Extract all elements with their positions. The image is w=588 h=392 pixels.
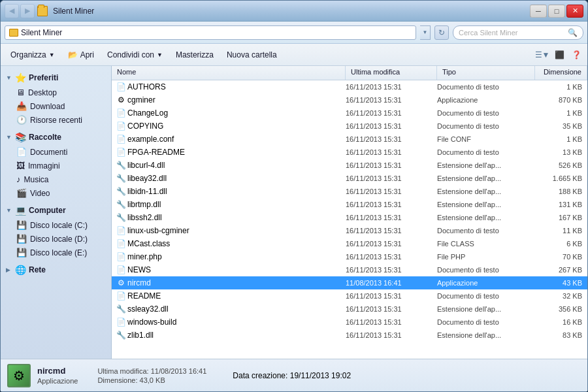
search-icon[interactable]: 🔍	[568, 28, 578, 37]
address-field[interactable]: Silent Miner	[5, 25, 416, 40]
sidebar-section-preferiti: ▼ ⭐ Preferiti 🖥 Desktop 📥 Download 🕐 Ris…	[1, 70, 111, 127]
sidebar-item-video[interactable]: 🎬 Video	[1, 186, 111, 200]
file-name: libidn-11.dll	[127, 187, 346, 196]
status-created-value: 19/11/2013 19:02	[290, 371, 351, 380]
file-name: AUTHORS	[127, 82, 346, 91]
share-button[interactable]: Condividi con ▼	[101, 46, 169, 63]
back-button[interactable]: ◀	[5, 4, 19, 18]
open-button[interactable]: 📂 Apri	[62, 46, 100, 63]
file-name: cgminer	[127, 95, 346, 105]
sidebar-item-disco-e[interactable]: 💾 Disco locale (E:)	[1, 246, 111, 259]
documenti-icon: 📄	[16, 147, 27, 157]
sidebar-section-computer: ▼ 💻 Computer 💾 Disco locale (C:) 💾 Disco…	[1, 203, 111, 259]
sidebar-item-documenti[interactable]: 📄 Documenti	[1, 145, 111, 159]
sidebar-header-raccolte[interactable]: ▼ 📚 Raccolte	[1, 129, 111, 145]
search-placeholder: Cerca Silent Miner	[459, 29, 565, 37]
table-row[interactable]: 🔧 libeay32.dll 16/11/2013 15:31 Estensio…	[112, 172, 587, 185]
file-name: miner.php	[127, 252, 346, 261]
main-window: ◀ ▶ Silent Miner ─ □ ✕ Silent Miner ▼ ↻ …	[0, 0, 588, 392]
forward-button[interactable]: ▶	[20, 4, 35, 18]
rete-icon: 🌐	[15, 265, 26, 275]
close-button[interactable]: ✕	[566, 5, 583, 18]
main-content: ▼ ⭐ Preferiti 🖥 Desktop 📥 Download 🕐 Ris…	[1, 66, 587, 359]
file-date: 16/11/2013 15:31	[346, 161, 437, 169]
status-filename: nircmd	[37, 366, 78, 376]
table-row[interactable]: 📄 MCast.class 16/11/2013 15:31 File CLAS…	[112, 237, 587, 250]
title-bar: ◀ ▶ Silent Miner ─ □ ✕	[1, 1, 587, 22]
file-date: 16/11/2013 15:31	[346, 109, 437, 117]
burn-button[interactable]: Masterizza	[170, 46, 220, 63]
maximize-button[interactable]: □	[548, 5, 565, 18]
status-size-value: 43,0 KB	[140, 376, 165, 384]
file-type: File PHP	[437, 253, 535, 261]
file-date: 16/11/2013 15:31	[346, 331, 437, 339]
sidebar-item-immagini[interactable]: 🖼 Immagini	[1, 159, 111, 172]
table-row[interactable]: 📄 example.conf 16/11/2013 15:31 File CON…	[112, 133, 587, 146]
table-row[interactable]: 🔧 librtmp.dll 16/11/2013 15:31 Estension…	[112, 198, 587, 211]
computer-icon: 💻	[15, 205, 26, 216]
file-date: 16/11/2013 15:31	[346, 227, 437, 235]
table-row[interactable]: ⚙ cgminer 16/11/2013 15:31 Applicazione …	[112, 93, 587, 106]
view-options-button[interactable]: ☰▼	[535, 48, 549, 62]
new-folder-label: Nuova cartella	[227, 50, 277, 59]
preferiti-arrow: ▼	[6, 74, 12, 81]
table-row[interactable]: 📄 ChangeLog 16/11/2013 15:31 Documento d…	[112, 106, 587, 120]
col-header-size[interactable]: Dimensione	[535, 66, 587, 80]
column-headers: Nome Ultima modifica Tipo Dimensione	[112, 66, 587, 80]
new-folder-button[interactable]: Nuova cartella	[221, 46, 283, 63]
file-name: ssleay32.dll	[127, 304, 346, 314]
refresh-button[interactable]: ↻	[434, 25, 449, 40]
table-row[interactable]: 📄 README 16/11/2013 15:31 Documento di t…	[112, 289, 587, 302]
table-row[interactable]: 🔧 libidn-11.dll 16/11/2013 15:31 Estensi…	[112, 185, 587, 198]
status-created-label: Data creazione:	[233, 371, 287, 380]
sidebar-item-desktop[interactable]: 🖥 Desktop	[1, 86, 111, 99]
file-type: Documento di testo	[437, 266, 535, 274]
file-name: ChangeLog	[127, 108, 346, 118]
sidebar-header-computer[interactable]: ▼ 💻 Computer	[1, 203, 111, 218]
burn-label: Masterizza	[176, 50, 214, 59]
sidebar-item-download[interactable]: 📥 Download	[1, 99, 111, 113]
file-date: 16/11/2013 15:31	[346, 122, 437, 130]
file-name: zlib1.dll	[127, 331, 346, 340]
sidebar-item-disco-d[interactable]: 💾 Disco locale (D:)	[1, 232, 111, 246]
file-size: 1.665 KB	[535, 174, 587, 182]
address-dropdown[interactable]: ▼	[420, 25, 431, 40]
table-row[interactable]: 📄 linux-usb-cgminer 16/11/2013 15:31 Doc…	[112, 224, 587, 237]
table-row[interactable]: 📄 COPYING 16/11/2013 15:31 Documento di …	[112, 120, 587, 133]
disco-d-label: Disco locale (D:)	[30, 235, 88, 244]
table-row[interactable]: 📄 AUTHORS 16/11/2013 15:31 Documento di …	[112, 80, 587, 93]
table-row[interactable]: 📄 windows-build 16/11/2013 15:31 Documen…	[112, 316, 587, 329]
help-button[interactable]: ❓	[569, 48, 583, 62]
col-header-date[interactable]: Ultima modifica	[346, 66, 437, 80]
status-modified: Ultima modifica: 11/08/2013 16:41	[97, 367, 206, 375]
file-size: 43 KB	[535, 279, 587, 287]
musica-icon: ♪	[16, 174, 21, 184]
computer-label: Computer	[29, 206, 66, 215]
table-row[interactable]: 📄 NEWS 16/11/2013 15:31 Documento di tes…	[112, 263, 587, 276]
file-type: Documento di testo	[437, 109, 535, 117]
table-row[interactable]: 🔧 zlib1.dll 16/11/2013 15:31 Estensione …	[112, 329, 587, 342]
table-row[interactable]: 📄 miner.php 16/11/2013 15:31 File PHP 70…	[112, 250, 587, 263]
col-header-type[interactable]: Tipo	[437, 66, 535, 80]
sidebar-header-preferiti[interactable]: ▼ ⭐ Preferiti	[1, 70, 111, 86]
raccolte-icon: 📚	[15, 132, 26, 142]
preview-pane-button[interactable]: ⬛	[552, 48, 566, 62]
sidebar-header-rete[interactable]: ▶ 🌐 Rete	[1, 262, 111, 278]
download-icon: 📥	[16, 101, 27, 111]
file-type: Estensione dell'ap...	[437, 201, 535, 208]
col-header-name[interactable]: Nome	[112, 66, 346, 80]
sidebar-item-recenti[interactable]: 🕐 Risorse recenti	[1, 113, 111, 127]
table-row[interactable]: 🔧 libcurl-4.dll 16/11/2013 15:31 Estensi…	[112, 159, 587, 172]
organize-button[interactable]: Organizza ▼	[5, 46, 61, 63]
file-name: nircmd	[127, 278, 346, 287]
sidebar-item-musica[interactable]: ♪ Musica	[1, 172, 111, 186]
file-type: File CONF	[437, 135, 535, 143]
minimize-button[interactable]: ─	[530, 5, 547, 18]
sidebar-item-disco-c[interactable]: 💾 Disco locale (C:)	[1, 218, 111, 232]
table-row[interactable]: 🔧 ssleay32.dll 16/11/2013 15:31 Estensio…	[112, 302, 587, 316]
file-type: Documento di testo	[437, 318, 535, 326]
table-row[interactable]: 🔧 libssh2.dll 16/11/2013 15:31 Estension…	[112, 211, 587, 224]
table-row[interactable]: ⚙ nircmd 11/08/2013 16:41 Applicazione 4…	[112, 276, 587, 289]
table-row[interactable]: 📄 FPGA-README 16/11/2013 15:31 Documento…	[112, 146, 587, 159]
address-folder-icon	[9, 29, 18, 37]
